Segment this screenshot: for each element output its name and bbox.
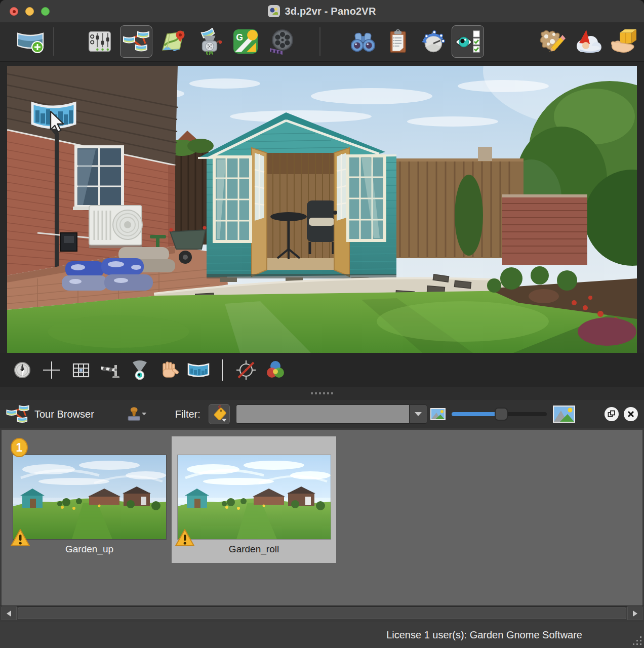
warning-icon [175, 529, 195, 547]
tour-map-button[interactable] [156, 25, 189, 58]
compass-button[interactable] [11, 359, 33, 381]
panorama-card-selected[interactable]: Garden_roll [172, 436, 336, 563]
rgb-channels-button[interactable] [264, 359, 287, 381]
panorama-photo[interactable] [7, 66, 637, 353]
filter-input[interactable] [236, 404, 409, 424]
time-machine-button[interactable] [417, 25, 449, 58]
skin-editor-icon [537, 28, 567, 55]
panel-splitter-handle[interactable] [0, 387, 644, 400]
tour-browser-header: Tour Browser Filter: [0, 400, 644, 428]
main-toolbar: G [0, 22, 644, 62]
tour-browser-panoramas: 1 Garden_up Garden_roll [0, 428, 644, 605]
clipboard-icon [386, 28, 410, 55]
warning-icon [10, 529, 30, 547]
viewer-toolbar [0, 353, 644, 387]
status-bar: License 1 user(s): Garden Gnome Software [0, 622, 644, 648]
zoom-window-button[interactable] [41, 7, 50, 16]
grinder-icon [195, 28, 223, 55]
panorama-preview-button[interactable] [187, 359, 210, 381]
stamp-menu-button[interactable] [124, 404, 147, 424]
skin-editor-button[interactable] [536, 25, 568, 58]
chevron-down-icon [414, 412, 422, 417]
close-icon [627, 411, 634, 418]
filter-combobox [236, 404, 427, 424]
grid-button[interactable] [70, 359, 92, 381]
gnome-cloud-icon [573, 29, 602, 54]
barrier-icon [100, 360, 121, 380]
large-image-icon [553, 406, 575, 423]
add-panorama-button[interactable] [14, 25, 47, 58]
svg-text:1: 1 [16, 441, 23, 454]
google-street-view-button[interactable]: G [229, 25, 262, 58]
close-panel-button[interactable] [624, 407, 638, 421]
svg-text:G: G [236, 32, 243, 43]
arrow-right-icon [632, 611, 637, 617]
panorama-thumbnail[interactable] [178, 455, 331, 539]
hand-icon [158, 359, 180, 381]
start-panorama-badge: 1 [10, 437, 28, 458]
panorama-preview-icon [187, 361, 210, 379]
no-target-button[interactable] [235, 359, 257, 381]
traffic-lights [10, 7, 50, 16]
panorama-link-hotspot[interactable] [30, 97, 77, 137]
arrow-left-icon [7, 611, 12, 617]
no-target-icon [235, 359, 257, 381]
rgb-channels-icon [264, 359, 287, 381]
time-machine-icon [420, 28, 446, 55]
tag-filter-button[interactable] [209, 404, 230, 424]
panorama-card[interactable]: 1 Garden_up [7, 436, 172, 563]
filter-dropdown-button[interactable] [409, 404, 427, 424]
animation-editor-button[interactable] [266, 25, 298, 58]
properties-icon [87, 29, 113, 54]
street-view-icon: G [233, 29, 258, 54]
small-image-icon [430, 408, 446, 420]
horizontal-scrollbar[interactable] [0, 605, 644, 622]
package-output-button[interactable] [607, 25, 639, 58]
viewer-toolbar-separator [222, 359, 223, 381]
slider-knob[interactable] [495, 408, 508, 421]
scrollbar-track[interactable] [17, 606, 627, 620]
panorama-name: Garden_roll [229, 544, 279, 555]
tour-browser-button[interactable] [120, 25, 152, 58]
undock-panel-button[interactable] [605, 407, 619, 421]
find-panoramas-button[interactable] [347, 25, 379, 58]
panorama-properties-button[interactable] [84, 25, 116, 58]
crosshair-button[interactable] [41, 359, 63, 381]
stamp-icon [124, 404, 147, 424]
panorama-thumbnail[interactable] [13, 455, 166, 539]
grid-icon [71, 360, 91, 380]
app-window: 3d.p2vr - Pano2VR [0, 0, 644, 648]
output-grinder-button[interactable] [193, 25, 225, 58]
scroll-right-button[interactable] [627, 606, 642, 620]
package-output-icon [608, 28, 637, 55]
garden-gnome-cloud-button[interactable] [571, 25, 603, 58]
close-window-button[interactable] [10, 7, 18, 16]
tour-browser-icon [123, 29, 149, 54]
view-cone-button[interactable] [129, 359, 151, 381]
compass-icon [12, 360, 32, 380]
view-cone-icon [129, 359, 150, 381]
filter-label: Filter: [175, 409, 200, 420]
pan-hand-button[interactable] [158, 359, 180, 381]
license-status: License 1 user(s): Garden Gnome Software [386, 629, 582, 641]
output-list-button[interactable] [382, 25, 414, 58]
tour-map-icon [159, 29, 186, 54]
scroll-left-button[interactable] [2, 606, 17, 620]
resize-grip[interactable] [631, 635, 642, 646]
components-viewer-button[interactable] [452, 25, 484, 58]
thumbnail-size-control [430, 406, 638, 423]
film-reel-icon [268, 28, 296, 55]
minimize-window-button[interactable] [25, 7, 34, 16]
panel-title: Tour Browser [34, 409, 94, 420]
thumbnail-size-slider[interactable] [452, 412, 547, 416]
window-title: 3d.p2vr - Pano2VR [285, 6, 376, 17]
limits-button[interactable] [99, 359, 122, 381]
panorama-name: Garden_up [65, 544, 113, 555]
add-panorama-icon [16, 29, 45, 54]
binoculars-icon [349, 30, 377, 53]
viewer-components-icon [454, 29, 481, 54]
scrollbar-thumb[interactable] [18, 608, 626, 619]
app-icon [268, 5, 280, 17]
panorama-viewer [0, 62, 644, 353]
tag-icon [211, 406, 228, 423]
